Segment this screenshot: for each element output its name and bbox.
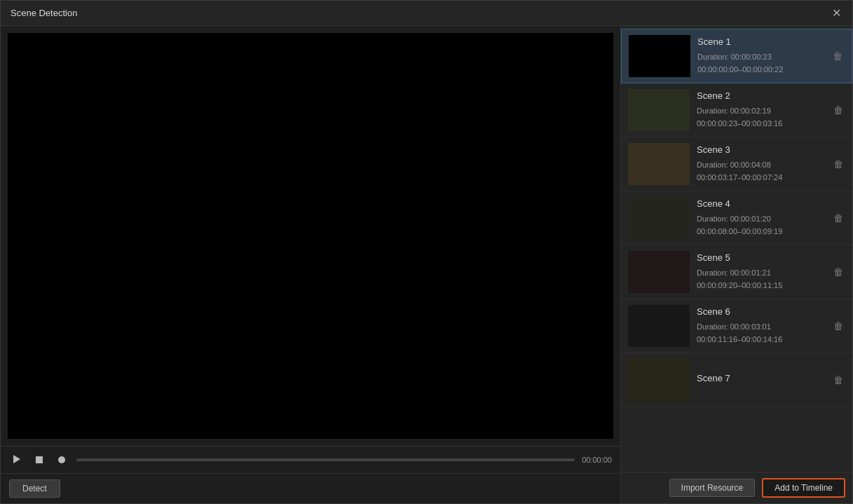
scene-delete-button[interactable]: 🗑: [831, 157, 845, 171]
scene-item[interactable]: Scene 3 Duration: 00:00:04:0800:00:03:17…: [621, 137, 852, 191]
scene-thumbnail: [629, 35, 690, 77]
scene-title: Scene 6: [697, 306, 828, 317]
title-bar: Scene Detection ✕: [1, 1, 852, 26]
stop-button[interactable]: [32, 452, 47, 468]
scene-info: Scene 5 Duration: 00:00:01:2100:00:09:20…: [690, 252, 828, 292]
scene-info: Scene 6 Duration: 00:00:03:0100:00:11:16…: [690, 306, 828, 346]
scene-info: Scene 1 Duration: 00:00:00:2300:00:00:00…: [690, 36, 828, 76]
trash-icon: 🗑: [833, 158, 843, 170]
trash-icon: 🗑: [833, 266, 843, 278]
record-icon: [58, 456, 65, 463]
detect-button[interactable]: Detect: [9, 479, 60, 498]
trash-icon: 🗑: [833, 50, 842, 62]
scene-thumbnail: [628, 359, 690, 401]
right-panel: Scene 1 Duration: 00:00:00:2300:00:00:00…: [621, 26, 852, 503]
progress-bar[interactable]: [76, 458, 575, 461]
left-panel: 00:00:00 Detect: [1, 26, 621, 503]
import-resource-button[interactable]: Import Resource: [669, 479, 756, 497]
scene-delete-button[interactable]: 🗑: [831, 211, 845, 225]
video-preview: [8, 33, 613, 439]
record-button[interactable]: [54, 452, 69, 468]
scene-thumbnail: [628, 89, 690, 131]
play-icon: [13, 455, 20, 465]
scene-title: Scene 7: [697, 373, 828, 383]
scene-duration: Duration: 00:00:01:2100:00:09:20–00:00:1…: [697, 267, 828, 292]
add-to-timeline-button[interactable]: Add to Timeline: [762, 478, 845, 498]
right-bottom-bar: Import Resource Add to Timeline: [621, 472, 852, 503]
scene-item[interactable]: Scene 1 Duration: 00:00:00:2300:00:00:00…: [621, 29, 852, 83]
scenes-list: Scene 1 Duration: 00:00:00:2300:00:00:00…: [621, 26, 852, 472]
scene-title: Scene 1: [697, 36, 828, 47]
trash-icon: 🗑: [833, 212, 843, 224]
stop-icon: [36, 456, 43, 463]
scene-duration: Duration: 00:00:04:0800:00:03:17–00:00:0…: [697, 159, 828, 184]
scene-thumbnail: [628, 143, 690, 185]
scene-info: Scene 3 Duration: 00:00:04:0800:00:03:17…: [690, 144, 828, 184]
controls-bar: 00:00:00: [1, 446, 620, 473]
main-content: 00:00:00 Detect Scene 1 Duration: 00:00:…: [1, 26, 852, 503]
trash-icon: 🗑: [833, 104, 843, 116]
scene-thumbnail: [628, 251, 690, 293]
scene-item[interactable]: Scene 5 Duration: 00:00:01:2100:00:09:20…: [621, 245, 852, 299]
trash-icon: 🗑: [833, 320, 843, 332]
scene-duration: Duration: 00:00:00:2300:00:00:00–00:00:0…: [697, 51, 828, 76]
scene-duration: Duration: 00:00:01:2000:00:08:00–00:00:0…: [697, 213, 828, 238]
scene-delete-button[interactable]: 🗑: [831, 319, 845, 333]
time-display: 00:00:00: [582, 456, 612, 464]
scene-info: Scene 7: [690, 373, 828, 388]
scene-detection-window: Scene Detection ✕ 00:00:00: [0, 0, 853, 504]
scene-title: Scene 5: [697, 252, 828, 263]
scene-title: Scene 4: [697, 198, 828, 209]
window-title: Scene Detection: [11, 8, 77, 18]
left-bottom-bar: Detect: [1, 473, 620, 503]
trash-icon: 🗑: [833, 374, 843, 386]
scene-duration: Duration: 00:00:02:1900:00:00:23–00:00:0…: [697, 105, 828, 130]
scene-item[interactable]: Scene 7 🗑: [621, 353, 852, 407]
scene-item[interactable]: Scene 6 Duration: 00:00:03:0100:00:11:16…: [621, 299, 852, 353]
scene-delete-button[interactable]: 🗑: [831, 103, 845, 117]
scene-item[interactable]: Scene 2 Duration: 00:00:02:1900:00:00:23…: [621, 83, 852, 137]
scene-info: Scene 2 Duration: 00:00:02:1900:00:00:23…: [690, 90, 828, 130]
scene-thumbnail: [628, 197, 690, 239]
scene-info: Scene 4 Duration: 00:00:01:2000:00:08:00…: [690, 198, 828, 238]
scene-title: Scene 2: [697, 90, 828, 101]
scene-delete-button[interactable]: 🗑: [831, 373, 845, 387]
scene-duration: Duration: 00:00:03:0100:00:11:16–00:00:1…: [697, 321, 828, 346]
close-button[interactable]: ✕: [830, 7, 842, 20]
scene-delete-button[interactable]: 🗑: [831, 265, 845, 279]
play-button[interactable]: [9, 452, 25, 468]
scene-title: Scene 3: [697, 144, 828, 155]
scene-delete-button[interactable]: 🗑: [831, 49, 845, 63]
scene-item[interactable]: Scene 4 Duration: 00:00:01:2000:00:08:00…: [621, 191, 852, 245]
scene-thumbnail: [628, 305, 690, 347]
